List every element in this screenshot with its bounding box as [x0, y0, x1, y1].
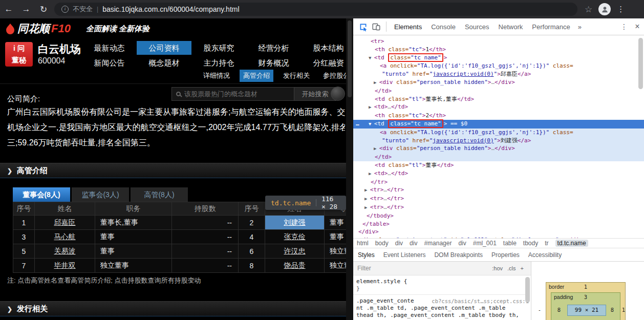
styles-filter-input[interactable]: Filter [357, 265, 371, 272]
device-toolbar-icon[interactable] [370, 23, 383, 31]
dom-tree-line[interactable]: </tbody> [353, 212, 644, 220]
breadcrumb-item[interactable]: #manager [424, 240, 452, 247]
breadcrumb-item[interactable]: td.tc.name [555, 240, 588, 247]
forward-icon[interactable]: → [17, 4, 35, 14]
exec-name-link[interactable]: 毕井双 [54, 261, 76, 269]
nav-item[interactable]: 分红融资 [301, 56, 346, 70]
border-right-value[interactable]: 1 [619, 307, 628, 313]
table-cell[interactable]: 饶品贵 [265, 259, 325, 273]
border-top-value[interactable]: 1 [582, 284, 590, 290]
table-cell[interactable]: 张克俭 [265, 230, 325, 244]
bookmark-star-icon[interactable]: ☆ [585, 4, 592, 15]
section-executives[interactable]: ❯高管介绍 [0, 163, 346, 178]
sidebar-tab[interactable]: DOM Breakpoints [434, 251, 483, 259]
nav-item[interactable]: 最新动态 [82, 41, 137, 55]
dom-tree-line[interactable]: ▶ <td>…</td> [353, 103, 644, 112]
reload-icon[interactable]: ↻ [35, 4, 52, 15]
sidebar-tab[interactable]: Accessibility [528, 251, 562, 259]
dom-tree-line[interactable]: ▶ <div class="person_table hidden">…</di… [353, 144, 644, 153]
element-style-rule[interactable]: element.style { [356, 278, 529, 285]
nav-item[interactable]: 经营分析 [246, 41, 301, 55]
sidebar-tab[interactable]: Styles [358, 251, 375, 259]
exec-name-link[interactable]: 张克俭 [284, 232, 306, 241]
exec-name-link[interactable]: 邱嘉臣 [54, 218, 76, 226]
table-cell[interactable]: 关易波 [35, 244, 95, 259]
devtools-menu-icon[interactable]: ⋮ [617, 23, 631, 31]
breadcrumb-item[interactable]: tbody [523, 240, 538, 247]
node-menu-icon[interactable]: … [356, 120, 359, 128]
dom-tree-line[interactable]: ▼ <td class="tc name"> [353, 54, 644, 62]
devtools-tab-network[interactable]: Network [494, 23, 528, 31]
exec-tab[interactable]: 董事会(8人) [13, 187, 70, 202]
exec-name-link[interactable]: 许汉忠 [284, 247, 306, 255]
devtools-tab-elements[interactable]: Elements [390, 23, 426, 31]
search-button[interactable]: 开始搜索 [294, 87, 336, 101]
devtools-tab-performance[interactable]: Performance [527, 23, 574, 31]
breadcrumb-item[interactable]: #ml_001 [473, 240, 497, 247]
breadcrumb-item[interactable]: tr [545, 240, 548, 247]
box-model-content-box[interactable]: 99 × 21 [567, 305, 606, 316]
inspect-element-icon[interactable] [356, 23, 370, 31]
new-rule-button[interactable]: + [521, 265, 524, 271]
page-scrollbar-thumb[interactable] [348, 20, 352, 97]
dom-tree-line[interactable]: <td class="tl">董事长,董事</td> [353, 95, 644, 103]
class-toggle[interactable]: .cls [507, 265, 516, 271]
dom-tree-line[interactable]: ▶ <div class="m_tab_content" id="ml_002"… [353, 236, 644, 238]
nav-item[interactable]: 主力持仓 [191, 56, 246, 70]
breadcrumb-item[interactable]: body [375, 240, 389, 247]
exec-tab[interactable]: 高管(8人) [131, 187, 188, 202]
subnav-item[interactable]: 高管介绍 [240, 70, 273, 82]
exec-name-link[interactable]: 刘建强 [284, 218, 306, 226]
styles-scrollbar-thumb[interactable] [525, 277, 530, 303]
margin-left-value[interactable]: - [535, 307, 544, 313]
browser-menu-icon[interactable]: ⋮ [617, 5, 625, 14]
exec-name-link[interactable]: 饶品贵 [284, 261, 306, 269]
dom-tree-line[interactable]: "turnto" href="javascript:void(0)">邱嘉臣</… [353, 70, 644, 78]
table-cell[interactable]: 毕井双 [35, 259, 95, 273]
exec-tab[interactable]: 监事会(3人) [72, 187, 129, 202]
sidebar-tab[interactable]: Event Listeners [383, 251, 426, 259]
subnav-item[interactable]: 详细情况 [200, 70, 233, 82]
dom-tree-line[interactable]: <th class="tc">1</th> [353, 46, 644, 54]
dom-tree-line[interactable]: ▶ <tr>…</tr> [353, 186, 644, 195]
sidebar-tab[interactable]: Properties [491, 251, 520, 259]
css-source-link[interactable]: cb?css/basic/st…ss;ccept.css:1 [432, 297, 529, 305]
page-info-icon[interactable]: i [61, 6, 69, 13]
exec-name-link[interactable]: 马心航 [54, 232, 76, 241]
table-cell[interactable]: 许汉忠 [265, 244, 325, 259]
section-issue[interactable]: ❯发行相关 [0, 301, 346, 316]
page-scrollbar[interactable] [346, 18, 353, 320]
breadcrumb-item[interactable]: div [395, 240, 403, 247]
dom-tree-line[interactable]: ▶ <div class="person_table hidden">…</di… [353, 78, 644, 87]
elements-scrollbar-thumb[interactable] [638, 38, 643, 89]
search-input[interactable]: 该股票最热门的概念题材 [171, 87, 294, 101]
table-cell[interactable]: 马心航 [35, 230, 95, 244]
dom-tree-line[interactable]: </td> [353, 153, 644, 161]
breadcrumb-item[interactable]: table [503, 240, 517, 247]
nav-item[interactable]: 股东研究 [191, 41, 246, 55]
dom-tree-line[interactable]: </div> [353, 228, 644, 236]
back-icon[interactable]: ← [0, 4, 17, 14]
table-cell[interactable]: 刘建强 [265, 216, 325, 230]
floating-widget[interactable] [331, 87, 345, 101]
devtools-tab-sources[interactable]: Sources [460, 23, 494, 31]
devtools-tab-console[interactable]: Console [426, 23, 460, 31]
subnav-item[interactable]: 发行相关 [280, 70, 313, 82]
nav-item[interactable]: 公司资料 [137, 41, 191, 55]
nav-item[interactable]: 新闻公告 [82, 56, 137, 70]
breadcrumb-item[interactable]: div [458, 240, 466, 247]
padding-right-value[interactable]: 8 [608, 307, 616, 313]
breadcrumb-item[interactable]: html [357, 240, 369, 247]
nav-item[interactable]: 概念题材 [137, 56, 191, 70]
dom-tree-line[interactable]: <td class="tl">董事</td> [353, 161, 644, 169]
css-rule-selector[interactable]: .page_event_conte [356, 297, 414, 305]
dom-tree-line[interactable]: </table> [353, 220, 644, 228]
dom-tree-line[interactable]: ▶ <tr>…</tr> [353, 203, 644, 212]
dom-tree-line[interactable]: <th class="tc">2</th> [353, 112, 644, 120]
dom-tree-line[interactable]: </tr> [353, 178, 644, 186]
more-tabs-icon[interactable]: » [575, 23, 585, 31]
hover-toggle[interactable]: :hov [492, 265, 503, 271]
exec-name-link[interactable]: 关易波 [54, 247, 76, 255]
breadcrumb-item[interactable]: div [410, 240, 417, 247]
dom-tree-line[interactable]: <a onclick="TA.log({'id':'f10_gszl_ggjs'… [353, 129, 644, 137]
